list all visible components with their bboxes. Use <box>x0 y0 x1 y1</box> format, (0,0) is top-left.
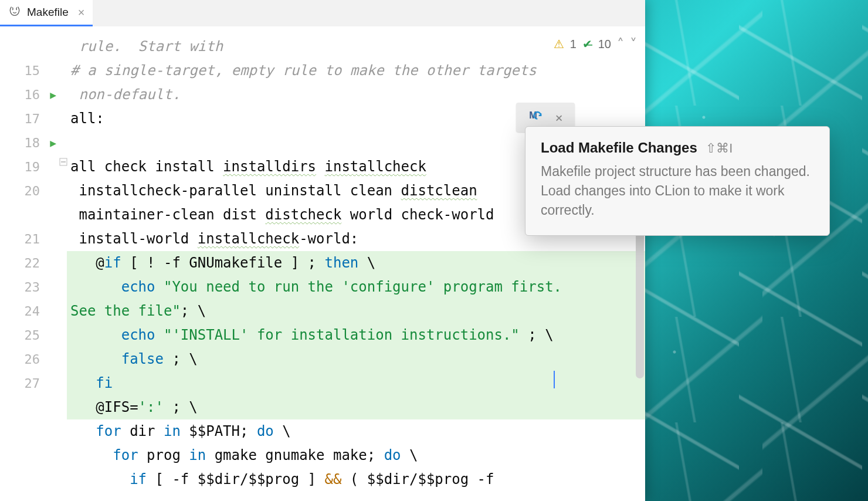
tooltip-load-makefile: Load Makefile Changes ⇧⌘I Makefile proje… <box>525 126 830 236</box>
code-text[interactable]: rule. Start with # a single-target, empt… <box>59 26 645 501</box>
pass-count: 10 <box>598 38 611 51</box>
tab-label: Makefile <box>27 6 69 19</box>
gutter: 15 16▶ 17 18▶ 19 20 21 22 23 24 25 26 27 <box>0 26 59 501</box>
close-icon[interactable]: × <box>555 110 562 125</box>
tooltip-shortcut: ⇧⌘I <box>706 141 733 155</box>
inspection-widget[interactable]: ⚠1 ✔̶10 ˄ ˅ <box>554 36 637 52</box>
next-highlight-icon[interactable]: ˅ <box>630 36 637 52</box>
line-number: 18 <box>25 136 40 150</box>
scrollbar-thumb[interactable] <box>636 232 644 378</box>
tooltip-title: Load Makefile Changes <box>541 140 697 155</box>
line-number: 17 <box>25 111 40 126</box>
code-area[interactable]: 15 16▶ 17 18▶ 19 20 21 22 23 24 25 26 27… <box>0 26 645 501</box>
line-number: 27 <box>25 376 40 391</box>
line-number: 21 <box>25 232 40 246</box>
line-number: 20 <box>25 184 40 198</box>
line-number: 15 <box>25 63 40 78</box>
check-icon: ✔̶ <box>582 37 592 51</box>
prev-highlight-icon[interactable]: ˄ <box>617 36 624 52</box>
line-number: 25 <box>25 328 40 343</box>
tooltip-body: Makefile project structure has been chan… <box>541 162 814 220</box>
line-number: 16 <box>25 87 40 102</box>
line-number: 22 <box>25 256 40 270</box>
warning-count: 1 <box>570 38 577 51</box>
run-gutter-icon[interactable]: ▶ <box>50 137 56 149</box>
warning-icon: ⚠ <box>554 37 564 51</box>
fold-icon[interactable] <box>59 157 67 168</box>
makefile-reload-icon: M <box>528 108 544 127</box>
line-number: 23 <box>25 280 40 294</box>
tab-makefile[interactable]: Makefile × <box>0 0 93 26</box>
gnu-icon <box>8 5 21 21</box>
text-caret <box>554 371 555 388</box>
run-gutter-icon[interactable]: ▶ <box>50 89 56 101</box>
line-number: 24 <box>25 304 40 319</box>
line-number: 19 <box>25 160 40 174</box>
line-number: 26 <box>25 352 40 367</box>
tab-close-icon[interactable]: × <box>78 6 85 19</box>
editor-window: Makefile × 15 16▶ 17 18▶ 19 20 21 22 23 … <box>0 0 645 501</box>
tab-bar: Makefile × <box>0 0 645 26</box>
